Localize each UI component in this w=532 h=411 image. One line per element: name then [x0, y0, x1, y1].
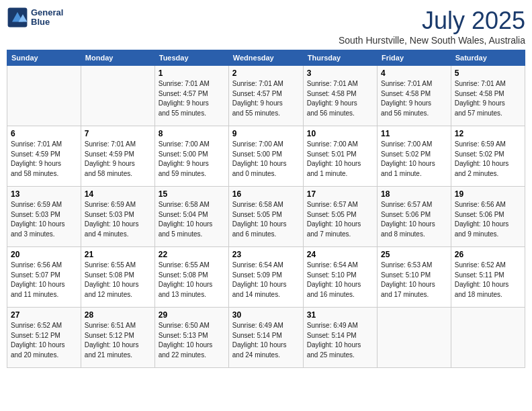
calendar-day-cell: 25Sunrise: 6:53 AM Sunset: 5:10 PM Dayli… [378, 247, 451, 308]
calendar-day-cell: 17Sunrise: 6:57 AM Sunset: 5:05 PM Dayli… [303, 187, 377, 247]
logo-line2: Blue [31, 17, 63, 27]
day-info: Sunrise: 6:59 AM Sunset: 5:03 PM Dayligh… [85, 200, 151, 239]
day-number: 21 [85, 250, 151, 259]
calendar-day-cell: 5Sunrise: 7:01 AM Sunset: 4:58 PM Daylig… [451, 66, 525, 126]
calendar-day-cell [451, 308, 525, 368]
day-info: Sunrise: 7:01 AM Sunset: 4:59 PM Dayligh… [11, 140, 77, 179]
calendar-body: 1Sunrise: 7:01 AM Sunset: 4:57 PM Daylig… [7, 66, 525, 368]
day-info: Sunrise: 6:57 AM Sunset: 5:05 PM Dayligh… [307, 200, 373, 239]
day-info: Sunrise: 6:57 AM Sunset: 5:06 PM Dayligh… [381, 200, 447, 239]
logo: General Blue [7, 7, 63, 28]
calendar-day-cell: 18Sunrise: 6:57 AM Sunset: 5:06 PM Dayli… [378, 187, 451, 247]
calendar-day-cell: 21Sunrise: 6:55 AM Sunset: 5:08 PM Dayli… [81, 247, 154, 308]
day-number: 18 [381, 189, 447, 199]
day-info: Sunrise: 6:59 AM Sunset: 5:02 PM Dayligh… [455, 140, 521, 179]
day-number: 16 [232, 189, 300, 199]
day-number: 15 [159, 189, 225, 199]
day-number: 26 [455, 250, 521, 259]
day-number: 22 [159, 250, 225, 259]
calendar-day-cell: 9Sunrise: 7:00 AM Sunset: 5:00 PM Daylig… [228, 126, 303, 187]
day-info: Sunrise: 7:01 AM Sunset: 4:57 PM Dayligh… [159, 79, 225, 118]
day-number: 28 [85, 310, 151, 320]
weekday-header-cell: Monday [81, 50, 154, 66]
day-info: Sunrise: 7:00 AM Sunset: 5:00 PM Dayligh… [232, 140, 300, 179]
weekday-header-cell: Wednesday [228, 50, 303, 66]
day-info: Sunrise: 6:56 AM Sunset: 5:07 PM Dayligh… [11, 261, 77, 300]
day-info: Sunrise: 7:01 AM Sunset: 4:58 PM Dayligh… [455, 79, 521, 118]
calendar-day-cell: 8Sunrise: 7:00 AM Sunset: 5:00 PM Daylig… [154, 126, 228, 187]
day-number: 30 [232, 310, 300, 320]
calendar-week-row: 13Sunrise: 6:59 AM Sunset: 5:03 PM Dayli… [7, 187, 525, 247]
day-number: 11 [381, 129, 447, 138]
day-info: Sunrise: 6:51 AM Sunset: 5:12 PM Dayligh… [85, 321, 151, 360]
day-info: Sunrise: 6:52 AM Sunset: 5:12 PM Dayligh… [11, 321, 77, 360]
day-info: Sunrise: 6:53 AM Sunset: 5:10 PM Dayligh… [381, 261, 447, 300]
weekday-header-cell: Tuesday [154, 50, 228, 66]
location-subtitle: South Hurstville, New South Wales, Austr… [339, 35, 525, 46]
day-number: 9 [232, 129, 300, 138]
day-number: 31 [307, 310, 373, 320]
logo-text: General Blue [31, 8, 63, 28]
calendar-day-cell: 24Sunrise: 6:54 AM Sunset: 5:10 PM Dayli… [303, 247, 377, 308]
day-number: 20 [11, 250, 77, 259]
day-info: Sunrise: 7:01 AM Sunset: 4:58 PM Dayligh… [307, 79, 373, 118]
calendar-week-row: 6Sunrise: 7:01 AM Sunset: 4:59 PM Daylig… [7, 126, 525, 187]
day-number: 17 [307, 189, 373, 199]
logo-icon [7, 7, 28, 28]
calendar-day-cell: 31Sunrise: 6:49 AM Sunset: 5:14 PM Dayli… [303, 308, 377, 368]
day-info: Sunrise: 6:58 AM Sunset: 5:05 PM Dayligh… [232, 200, 300, 239]
calendar-day-cell [81, 66, 154, 126]
calendar-day-cell: 13Sunrise: 6:59 AM Sunset: 5:03 PM Dayli… [7, 187, 81, 247]
day-number: 19 [455, 189, 521, 199]
day-number: 7 [85, 129, 151, 138]
weekday-header-cell: Saturday [451, 50, 525, 66]
day-number: 13 [11, 189, 77, 199]
calendar-week-row: 1Sunrise: 7:01 AM Sunset: 4:57 PM Daylig… [7, 66, 525, 126]
day-number: 27 [11, 310, 77, 320]
day-number: 23 [232, 250, 300, 259]
title-block: July 2025 South Hurstville, New South Wa… [339, 7, 525, 46]
day-number: 29 [159, 310, 225, 320]
day-info: Sunrise: 6:52 AM Sunset: 5:11 PM Dayligh… [455, 261, 521, 300]
logo-line1: General [31, 8, 63, 17]
calendar-day-cell [378, 308, 451, 368]
weekday-header-cell: Friday [378, 50, 451, 66]
day-number: 24 [307, 250, 373, 259]
day-number: 2 [232, 68, 300, 78]
day-number: 5 [455, 68, 521, 78]
calendar-day-cell: 3Sunrise: 7:01 AM Sunset: 4:58 PM Daylig… [303, 66, 377, 126]
calendar-day-cell: 14Sunrise: 6:59 AM Sunset: 5:03 PM Dayli… [81, 187, 154, 247]
calendar-day-cell: 7Sunrise: 7:01 AM Sunset: 4:59 PM Daylig… [81, 126, 154, 187]
calendar-day-cell: 27Sunrise: 6:52 AM Sunset: 5:12 PM Dayli… [7, 308, 81, 368]
day-info: Sunrise: 7:00 AM Sunset: 5:01 PM Dayligh… [307, 140, 373, 179]
month-title: July 2025 [339, 7, 525, 35]
day-info: Sunrise: 6:55 AM Sunset: 5:08 PM Dayligh… [85, 261, 151, 300]
day-number: 10 [307, 129, 373, 138]
day-info: Sunrise: 6:49 AM Sunset: 5:14 PM Dayligh… [307, 321, 373, 360]
calendar-day-cell: 20Sunrise: 6:56 AM Sunset: 5:07 PM Dayli… [7, 247, 81, 308]
day-info: Sunrise: 6:54 AM Sunset: 5:09 PM Dayligh… [232, 261, 300, 300]
day-info: Sunrise: 6:58 AM Sunset: 5:04 PM Dayligh… [159, 200, 225, 239]
calendar-day-cell: 15Sunrise: 6:58 AM Sunset: 5:04 PM Dayli… [154, 187, 228, 247]
calendar-day-cell: 10Sunrise: 7:00 AM Sunset: 5:01 PM Dayli… [303, 126, 377, 187]
day-number: 6 [11, 129, 77, 138]
weekday-header-cell: Sunday [7, 50, 81, 66]
calendar-day-cell: 1Sunrise: 7:01 AM Sunset: 4:57 PM Daylig… [154, 66, 228, 126]
day-info: Sunrise: 7:00 AM Sunset: 5:02 PM Dayligh… [381, 140, 447, 179]
calendar-day-cell: 19Sunrise: 6:56 AM Sunset: 5:06 PM Dayli… [451, 187, 525, 247]
day-info: Sunrise: 6:55 AM Sunset: 5:08 PM Dayligh… [159, 261, 225, 300]
weekday-header-cell: Thursday [303, 50, 377, 66]
calendar-day-cell: 16Sunrise: 6:58 AM Sunset: 5:05 PM Dayli… [228, 187, 303, 247]
day-info: Sunrise: 6:56 AM Sunset: 5:06 PM Dayligh… [455, 200, 521, 239]
day-info: Sunrise: 6:59 AM Sunset: 5:03 PM Dayligh… [11, 200, 77, 239]
day-number: 1 [159, 68, 225, 78]
day-info: Sunrise: 7:01 AM Sunset: 4:58 PM Dayligh… [381, 79, 447, 118]
calendar-day-cell: 4Sunrise: 7:01 AM Sunset: 4:58 PM Daylig… [378, 66, 451, 126]
day-number: 8 [159, 129, 225, 138]
day-info: Sunrise: 6:54 AM Sunset: 5:10 PM Dayligh… [307, 261, 373, 300]
calendar-week-row: 20Sunrise: 6:56 AM Sunset: 5:07 PM Dayli… [7, 247, 525, 308]
calendar-day-cell: 11Sunrise: 7:00 AM Sunset: 5:02 PM Dayli… [378, 126, 451, 187]
day-number: 12 [455, 129, 521, 138]
calendar-day-cell: 22Sunrise: 6:55 AM Sunset: 5:08 PM Dayli… [154, 247, 228, 308]
calendar-day-cell [7, 66, 81, 126]
